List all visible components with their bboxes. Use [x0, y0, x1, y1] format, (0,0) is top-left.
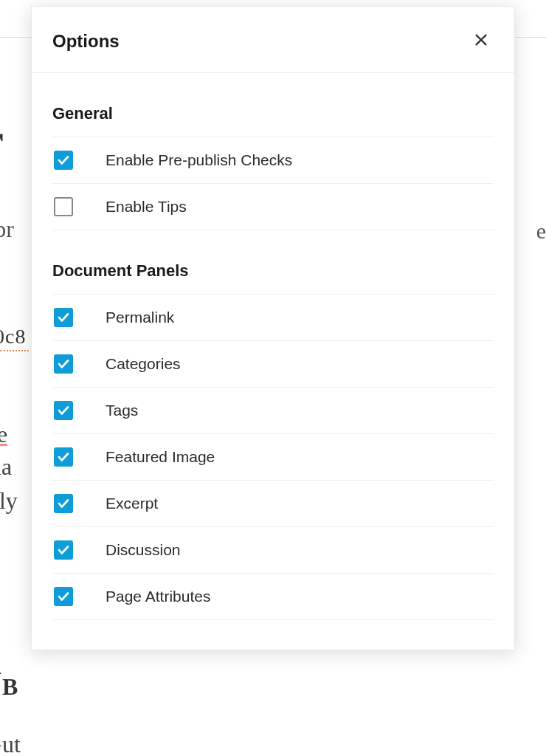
option-enable-tips[interactable]: Enable Tips [52, 183, 494, 230]
option-permalink[interactable]: Permalink [52, 294, 494, 340]
option-page-attributes[interactable]: Page Attributes [52, 573, 494, 620]
option-label: Tags [106, 402, 138, 419]
checkbox-unchecked-icon [54, 197, 73, 216]
option-categories[interactable]: Categories [52, 340, 494, 387]
checkbox-checked-icon [54, 540, 73, 560]
checkbox-checked-icon [54, 587, 73, 606]
option-label: Page Attributes [106, 588, 210, 605]
section-document-panels: Document Panels Permalink Categories Tag… [52, 261, 494, 620]
close-icon [473, 32, 489, 50]
checkbox-checked-icon [54, 151, 73, 170]
option-label: Excerpt [106, 495, 158, 512]
bg-text: he [0, 421, 7, 448]
option-tags[interactable]: Tags [52, 387, 494, 433]
checkbox-checked-icon [54, 494, 73, 513]
option-featured-image[interactable]: Featured Image [52, 433, 494, 480]
bg-text: e [536, 219, 546, 244]
bg-text: ar [0, 114, 4, 164]
checkbox-checked-icon [54, 401, 73, 420]
option-label: Discussion [106, 541, 181, 559]
close-button[interactable] [470, 29, 492, 53]
bg-text: e pr [0, 216, 14, 243]
bg-underline [0, 350, 29, 351]
option-label: Categories [106, 355, 181, 373]
checkbox-checked-icon [54, 308, 73, 327]
checkbox-checked-icon [54, 447, 73, 467]
modal-body: General Enable Pre-publish Checks Enable… [32, 104, 514, 650]
checkbox-checked-icon [54, 354, 73, 374]
option-enable-prepublish-checks[interactable]: Enable Pre-publish Checks [52, 137, 494, 183]
modal-header: Options [32, 7, 514, 73]
section-title: Document Panels [52, 261, 494, 281]
bg-text: Gut [0, 731, 21, 756]
bg-text: oda [0, 453, 12, 481]
bg-text: B [2, 673, 18, 701]
bg-text: ily [0, 487, 18, 515]
option-excerpt[interactable]: Excerpt [52, 480, 494, 526]
modal-title: Options [52, 31, 120, 52]
section-general: General Enable Pre-publish Checks Enable… [52, 104, 494, 230]
option-label: Permalink [106, 309, 174, 326]
option-label: Featured Image [106, 448, 215, 466]
option-label: Enable Pre-publish Checks [106, 151, 292, 169]
options-modal: Options General Enable Pre-publish Check… [31, 6, 515, 650]
option-discussion[interactable]: Discussion [52, 526, 494, 573]
option-label: Enable Tips [106, 198, 187, 216]
bg-text: n [0, 635, 1, 684]
section-title: General [52, 104, 494, 123]
bg-text: 0c8 [0, 325, 26, 348]
